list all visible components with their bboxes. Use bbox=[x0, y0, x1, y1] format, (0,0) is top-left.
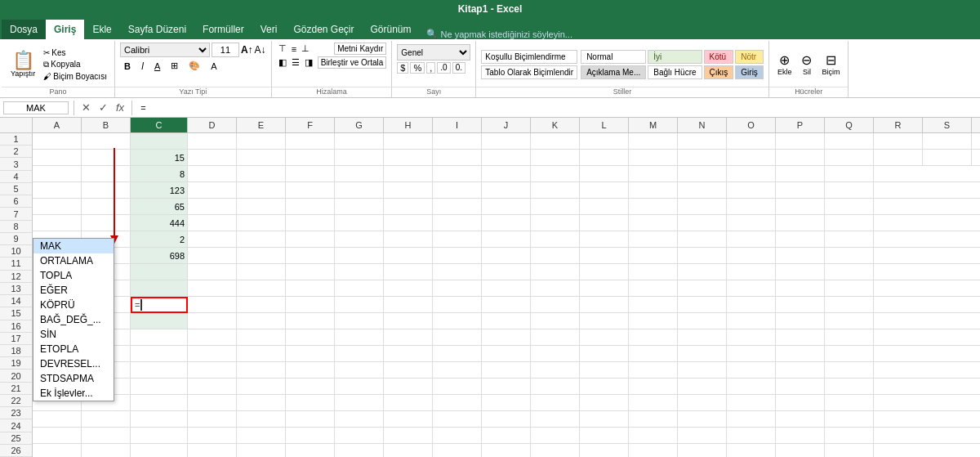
row-num-4[interactable]: 4 bbox=[0, 171, 32, 183]
func-item-kopru[interactable]: KÖPRÜ bbox=[33, 298, 114, 312]
font-grow-icon[interactable]: A↑ bbox=[241, 44, 253, 56]
col-G[interactable]: G bbox=[335, 118, 384, 132]
style-cikis[interactable]: Çıkış bbox=[704, 65, 734, 79]
row-num-6[interactable]: 6 bbox=[0, 195, 32, 208]
fill-color-button[interactable]: 🎨 bbox=[185, 59, 204, 73]
tab-gozden-gecir[interactable]: Gözden Geçir bbox=[285, 20, 362, 39]
row-num-16[interactable]: 16 bbox=[0, 320, 32, 333]
font-name-select[interactable]: Calibri bbox=[120, 43, 210, 57]
sil-button[interactable]: ⊖ Sil bbox=[798, 51, 815, 78]
row-num-22[interactable]: 22 bbox=[0, 395, 32, 407]
tab-formuller[interactable]: Formüller bbox=[194, 20, 252, 39]
func-item-ortalama[interactable]: ORTALAMA bbox=[33, 253, 114, 268]
comma-icon[interactable]: , bbox=[426, 62, 435, 74]
cell-C10[interactable] bbox=[131, 280, 188, 297]
col-Q[interactable]: Q bbox=[825, 118, 874, 132]
col-S[interactable]: S bbox=[923, 118, 972, 132]
col-T[interactable]: T bbox=[972, 118, 980, 132]
col-F[interactable]: F bbox=[286, 118, 335, 132]
conditional-format-button[interactable]: Koşullu Biçimlendirme bbox=[481, 50, 577, 64]
row-num-17[interactable]: 17 bbox=[0, 333, 32, 345]
col-O[interactable]: O bbox=[727, 118, 776, 132]
func-item-devresel[interactable]: DEVRESEL... bbox=[33, 356, 114, 371]
col-M[interactable]: M bbox=[629, 118, 678, 132]
tab-dosya[interactable]: Dosya bbox=[2, 20, 46, 39]
col-E[interactable]: E bbox=[237, 118, 286, 132]
col-P[interactable]: P bbox=[776, 118, 825, 132]
row-num-23[interactable]: 23 bbox=[0, 407, 32, 419]
tab-sayfa-duzeni[interactable]: Sayfa Düzeni bbox=[120, 20, 194, 39]
row-num-7[interactable]: 7 bbox=[0, 208, 32, 220]
func-item-ek-islevler[interactable]: Ek İşlevler... bbox=[33, 386, 114, 401]
row-num-8[interactable]: 8 bbox=[0, 221, 32, 233]
cell-C8[interactable]: 698 bbox=[131, 248, 188, 264]
style-giris[interactable]: Giriş bbox=[735, 65, 764, 79]
currency-icon[interactable]: $ bbox=[397, 62, 408, 74]
style-bagli-hucre[interactable]: Bağlı Hücre bbox=[648, 65, 702, 79]
func-item-bagdeg[interactable]: BAĞ_DEĞ_... bbox=[33, 312, 114, 327]
bold-button[interactable]: B bbox=[120, 60, 135, 73]
tab-ekle[interactable]: Ekle bbox=[84, 20, 119, 39]
align-top-icon[interactable]: ⊤ bbox=[277, 43, 288, 55]
func-item-stdsapma[interactable]: STDSAPMA bbox=[33, 371, 114, 386]
font-color-button[interactable]: A bbox=[207, 60, 220, 73]
row-num-11[interactable]: 11 bbox=[0, 258, 32, 270]
row-num-2[interactable]: 2 bbox=[0, 146, 32, 158]
cell-C11[interactable]: = bbox=[131, 297, 188, 313]
number-format-select[interactable]: Genel bbox=[397, 44, 470, 60]
tab-giris[interactable]: Giriş bbox=[46, 20, 84, 39]
font-shrink-icon[interactable]: A↓ bbox=[255, 44, 266, 56]
italic-button[interactable]: İ bbox=[137, 60, 148, 73]
cell-C9[interactable] bbox=[131, 264, 188, 280]
align-right-icon[interactable]: ◨ bbox=[303, 56, 314, 69]
row-num-25[interactable]: 25 bbox=[0, 432, 32, 445]
font-size-input[interactable] bbox=[212, 43, 239, 57]
col-H[interactable]: H bbox=[384, 118, 433, 132]
col-J[interactable]: J bbox=[482, 118, 531, 132]
format-painter-button[interactable]: 🖌Biçim Boyacısı bbox=[41, 71, 109, 82]
formula-input[interactable] bbox=[137, 103, 977, 113]
cell-A2[interactable] bbox=[33, 150, 82, 166]
style-iyi[interactable]: İyi bbox=[648, 50, 702, 64]
copy-button[interactable]: ⧉Kopyala bbox=[41, 59, 109, 70]
col-D[interactable]: D bbox=[188, 118, 237, 132]
underline-button[interactable]: A bbox=[150, 60, 164, 73]
row-num-14[interactable]: 14 bbox=[0, 295, 32, 307]
row-num-18[interactable]: 18 bbox=[0, 345, 32, 357]
cell-C3[interactable]: 8 bbox=[131, 166, 188, 182]
wrap-text-button[interactable]: Metni Kaydır bbox=[334, 43, 386, 55]
ekle-button[interactable]: ⊕ Ekle bbox=[774, 51, 795, 78]
col-C[interactable]: C bbox=[131, 118, 188, 132]
col-R[interactable]: R bbox=[874, 118, 923, 132]
func-item-sin[interactable]: SİN bbox=[33, 327, 114, 342]
func-item-eger[interactable]: EĞER bbox=[33, 283, 114, 298]
col-A[interactable]: A bbox=[33, 118, 82, 132]
style-notr[interactable]: Nötr bbox=[735, 50, 764, 64]
row-num-5[interactable]: 5 bbox=[0, 183, 32, 195]
align-bottom-icon[interactable]: ⊥ bbox=[300, 43, 311, 55]
cell-C7[interactable]: 2 bbox=[131, 231, 188, 248]
func-item-topla[interactable]: TOPLA bbox=[33, 268, 114, 283]
cell-D1[interactable] bbox=[188, 133, 237, 150]
cut-button[interactable]: ✂Kes bbox=[41, 47, 109, 58]
row-num-26[interactable]: 26 bbox=[0, 445, 32, 457]
cell-C2[interactable]: 15 bbox=[131, 150, 188, 166]
col-I[interactable]: I bbox=[433, 118, 482, 132]
cell-C1[interactable] bbox=[131, 133, 188, 150]
row-num-12[interactable]: 12 bbox=[0, 271, 32, 283]
name-box[interactable] bbox=[3, 101, 69, 114]
row-num-1[interactable]: 1 bbox=[0, 133, 32, 146]
align-middle-icon[interactable]: ≡ bbox=[290, 43, 298, 55]
row-num-24[interactable]: 24 bbox=[0, 419, 32, 432]
paste-button[interactable]: 📋 Yapıştır bbox=[7, 49, 39, 80]
tab-veri[interactable]: Veri bbox=[252, 20, 286, 39]
cell-C6[interactable]: 444 bbox=[131, 215, 188, 231]
cell-A1[interactable] bbox=[33, 133, 82, 150]
col-N[interactable]: N bbox=[678, 118, 727, 132]
col-K[interactable]: K bbox=[531, 118, 580, 132]
cell-B2[interactable] bbox=[82, 150, 131, 166]
merge-center-button[interactable]: Birleştir ve Ortala bbox=[318, 56, 387, 69]
row-num-3[interactable]: 3 bbox=[0, 158, 32, 170]
col-B[interactable]: B bbox=[82, 118, 131, 132]
align-left-icon[interactable]: ◧ bbox=[277, 56, 288, 69]
